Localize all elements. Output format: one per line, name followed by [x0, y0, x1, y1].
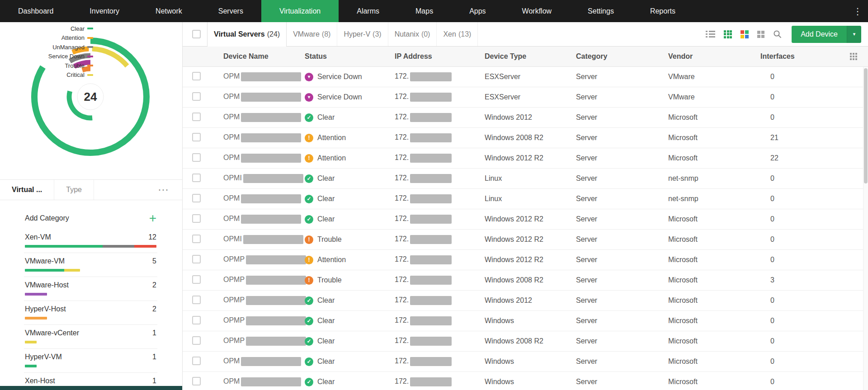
nav-item-alarms[interactable]: Alarms [339, 0, 397, 22]
device-name-cell[interactable]: OPMP [216, 255, 305, 264]
device-name-cell[interactable]: OPM [216, 194, 305, 203]
tab-vmware[interactable]: VMware(8) [287, 22, 337, 46]
row-checkbox[interactable] [192, 174, 201, 182]
nav-item-network[interactable]: Network [137, 0, 200, 22]
nav-item-virtualization[interactable]: Virtualization [261, 0, 339, 22]
tab-nutanix[interactable]: Nutanix(0) [388, 22, 437, 46]
table-row[interactable]: OPMP✓Clear172.Windows 2012ServerMicrosof… [183, 291, 868, 311]
scrollbar-thumb[interactable] [864, 68, 868, 183]
row-checkbox[interactable] [192, 255, 201, 263]
device-name-cell[interactable]: OPM [216, 154, 305, 163]
device-name-cell[interactable]: OPMP [216, 276, 305, 285]
table-view-icon[interactable] [724, 30, 732, 38]
category-row-vmware-vm[interactable]: VMware-VM5 [24, 253, 157, 277]
sidebar-tab-type[interactable]: Type [54, 180, 94, 200]
nav-item-servers[interactable]: Servers [200, 0, 261, 22]
device-name-cell[interactable]: OPMP [216, 316, 305, 325]
device-name-cell[interactable]: OPM [216, 93, 305, 102]
device-name-cell[interactable]: OPMI [216, 235, 305, 244]
table-row[interactable]: OPM!Attention172.Windows 2012 R2ServerMi… [183, 148, 868, 169]
add-category-row[interactable]: Add Category [24, 211, 157, 229]
row-checkbox[interactable] [192, 194, 201, 202]
row-checkbox[interactable] [192, 275, 201, 284]
table-row[interactable]: OPM✓Clear172.WindowsServerMicrosoft0 [183, 372, 868, 390]
sidebar-tabs-more-icon[interactable] [158, 180, 169, 200]
vendor-cell: Microsoft [668, 215, 760, 223]
tab-virtual-servers[interactable]: Virtual Servers(24) [207, 22, 287, 46]
table-row[interactable]: OPM!Attention172.Windows 2008 R2ServerMi… [183, 128, 868, 148]
add-device-dropdown-caret[interactable] [847, 26, 861, 43]
vertical-scrollbar[interactable] [863, 67, 868, 390]
list-view-icon[interactable] [706, 31, 715, 38]
table-row[interactable]: OPM✓Clear172.LinuxServernet-snmp0 [183, 189, 868, 209]
row-checkbox[interactable] [192, 235, 201, 243]
card-view-icon[interactable] [757, 31, 764, 38]
row-checkbox[interactable] [192, 72, 201, 80]
category-name: VMware-VM [25, 257, 65, 265]
category-row-hyperv-vm[interactable]: HyperV-VM1 [24, 349, 157, 373]
category-row-xen-vm[interactable]: Xen-VM12 [24, 229, 157, 253]
column-header-device-type[interactable]: Device Type [485, 52, 576, 61]
row-checkbox[interactable] [192, 133, 201, 141]
column-chooser-icon[interactable] [850, 47, 857, 66]
device-name-cell[interactable]: OPMP [216, 337, 305, 346]
nav-item-maps[interactable]: Maps [397, 0, 451, 22]
overflow-menu-icon[interactable] [847, 0, 868, 22]
category-row-hyperv-host[interactable]: HyperV-Host2 [24, 301, 157, 325]
heatmap-view-icon[interactable] [741, 30, 749, 38]
add-device-button[interactable]: Add Device [792, 26, 847, 43]
row-checkbox[interactable] [192, 113, 201, 121]
row-checkbox[interactable] [192, 357, 201, 365]
device-name-cell[interactable]: OPM [216, 113, 305, 122]
plus-icon[interactable] [149, 214, 156, 223]
device-name-cell[interactable]: OPM [216, 215, 305, 224]
table-row[interactable]: OPM▾Service Down172.ESXServerServerVMwar… [183, 87, 868, 108]
select-all-checkbox[interactable] [192, 30, 201, 38]
table-row[interactable]: OPMP✓Clear172.WindowsServerMicrosoft0 [183, 311, 868, 331]
status-icon-clear: ✓ [305, 174, 313, 183]
row-checkbox[interactable] [192, 336, 201, 345]
nav-item-reports[interactable]: Reports [632, 0, 693, 22]
column-header-ip-address[interactable]: IP Address [395, 52, 485, 61]
device-name-cell[interactable]: OPMP [216, 296, 305, 305]
table-row[interactable]: OPMP✓Clear172.Windows 2008 R2ServerMicro… [183, 331, 868, 352]
search-icon[interactable] [773, 30, 782, 38]
nav-item-dashboard[interactable]: Dashboard [0, 0, 71, 22]
column-header-device-name[interactable]: Device Name [216, 52, 305, 61]
table-row[interactable]: OPMP!Attention172.Windows 2012 R2ServerM… [183, 250, 868, 270]
device-name-cell[interactable]: OPM [216, 72, 305, 81]
table-row[interactable]: OPM▾Service Down172.ESXServerServerVMwar… [183, 67, 868, 87]
select-all-wrap [183, 22, 207, 46]
device-name-cell[interactable]: OPMI [216, 174, 305, 183]
sidebar-tab-virtual[interactable]: Virtual ... [0, 180, 54, 200]
row-checkbox[interactable] [192, 92, 201, 101]
table-row[interactable]: OPMI✓Clear172.LinuxServernet-snmp0 [183, 169, 868, 189]
tab-hyper-v[interactable]: Hyper-V(3) [337, 22, 388, 46]
device-name-cell[interactable]: OPM [216, 357, 305, 366]
device-name-cell[interactable]: OPM [216, 133, 305, 142]
nav-item-apps[interactable]: Apps [451, 0, 504, 22]
row-checkbox[interactable] [192, 377, 201, 385]
column-header-interfaces[interactable]: Interfaces [760, 52, 828, 61]
row-checkbox[interactable] [192, 153, 201, 162]
row-checkbox-cell [183, 316, 216, 326]
nav-item-inventory[interactable]: Inventory [71, 0, 137, 22]
vendor-cell: Microsoft [668, 134, 760, 142]
row-checkbox[interactable] [192, 316, 201, 324]
column-header-category[interactable]: Category [576, 52, 668, 61]
column-header-vendor[interactable]: Vendor [668, 52, 760, 61]
table-row[interactable]: OPM✓Clear172.WindowsServerMicrosoft0 [183, 352, 868, 372]
table-row[interactable]: OPMP!Trouble172.Windows 2008 R2ServerMic… [183, 270, 868, 291]
nav-item-settings[interactable]: Settings [570, 0, 632, 22]
column-header-status[interactable]: Status [305, 52, 395, 61]
table-row[interactable]: OPM✓Clear172.Windows 2012 R2ServerMicros… [183, 209, 868, 230]
table-row[interactable]: OPM✓Clear172.Windows 2012ServerMicrosoft… [183, 108, 868, 128]
category-row-vmware-host[interactable]: VMware-Host2 [24, 277, 157, 301]
table-row[interactable]: OPMI!Trouble172.Windows 2012 R2ServerMic… [183, 230, 868, 250]
nav-item-workflow[interactable]: Workflow [504, 0, 570, 22]
row-checkbox[interactable] [192, 296, 201, 304]
category-row-vmware-vcenter[interactable]: VMware-vCenter1 [24, 325, 157, 349]
row-checkbox[interactable] [192, 214, 201, 223]
device-name-cell[interactable]: OPM [216, 377, 305, 386]
tab-xen[interactable]: Xen(13) [437, 22, 478, 46]
